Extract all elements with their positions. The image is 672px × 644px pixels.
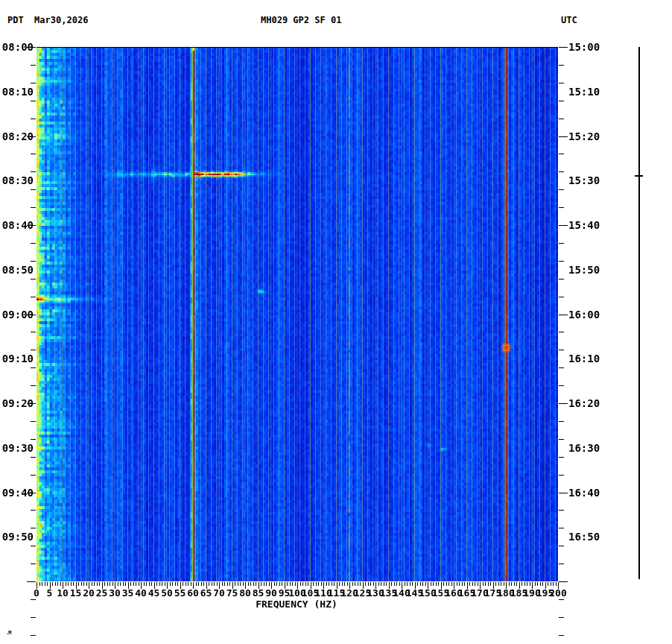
left-axis-time-label: 09:30 [1, 442, 34, 454]
x-axis-tick-label: 0 [34, 587, 39, 599]
left-axis-time-label: 09:00 [1, 309, 34, 321]
x-axis-tick-label: 65 [200, 587, 212, 599]
right-axis-time-label: 15:40 [568, 219, 606, 231]
right-axis-time-label: 16:50 [568, 531, 606, 543]
left-axis-time-label: 08:10 [1, 86, 34, 98]
right-axis-time-label: 16:00 [568, 309, 606, 321]
left-axis-time-label: 08:20 [1, 130, 34, 142]
x-axis-tick-label: 55 [174, 587, 186, 599]
x-axis-tick-label: 40 [135, 587, 147, 599]
right-axis-time-label: 15:30 [568, 174, 606, 186]
x-axis-tick-label: 200 [549, 587, 566, 599]
x-axis-tick-label: 45 [148, 587, 160, 599]
right-axis-time-label: 15:20 [568, 130, 606, 142]
x-axis-tick-label: 70 [213, 587, 225, 599]
x-axis-tick-label: 60 [187, 587, 199, 599]
right-axis-time-label: 15:00 [568, 41, 606, 53]
x-axis-tick-label: 90 [265, 587, 277, 599]
x-axis-tick-label: 35 [122, 587, 134, 599]
left-axis-time-label: 08:30 [1, 174, 34, 186]
right-axis-time-label: 15:50 [568, 264, 606, 276]
x-axis-tick-label: 5 [47, 587, 53, 599]
x-axis-tick-label: 75 [226, 587, 238, 599]
spectrogram-page: PDT Mar30,2026 MH029 GP2 SF 01 UTC 08:00… [0, 0, 672, 644]
x-axis-tick-label: 50 [161, 587, 173, 599]
x-axis-tick-label: 10 [57, 587, 69, 599]
x-axis-tick-label: 25 [96, 587, 108, 599]
left-axis-time-label: 08:40 [1, 219, 34, 231]
left-axis-time-label: 09:50 [1, 531, 34, 543]
x-axis-tick-label: 20 [83, 587, 95, 599]
left-axis-time-label: 09:10 [1, 353, 34, 364]
x-axis-tick-label: 85 [253, 587, 264, 599]
right-axis-time-label: 16:40 [568, 487, 606, 499]
x-axis-tick-label: 30 [109, 587, 121, 599]
x-axis-title: FREQUENCY (HZ) [256, 599, 337, 610]
corner-mark: .M [6, 630, 10, 636]
left-axis-time-label: 09:40 [1, 487, 34, 499]
right-axis-time-label: 16:10 [568, 353, 606, 364]
left-axis-time-label: 08:50 [1, 264, 34, 276]
left-axis-time-label: 09:20 [1, 397, 34, 409]
left-axis-time-label: 08:00 [1, 41, 34, 53]
x-axis-tick-label: 15 [70, 587, 82, 599]
right-axis-time-label: 16:30 [568, 442, 606, 454]
right-axis-time-label: 16:20 [568, 397, 606, 409]
x-axis-tick-label: 80 [239, 587, 251, 599]
right-axis-time-label: 15:10 [568, 86, 606, 98]
